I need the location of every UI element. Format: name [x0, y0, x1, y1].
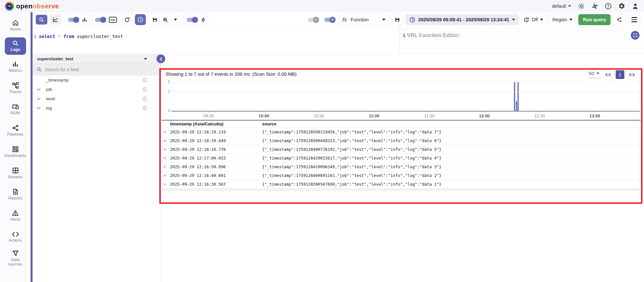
sidebar-item-actions[interactable]: Actions [1, 226, 30, 248]
region-select[interactable]: Region [549, 14, 576, 25]
sidebar-item-reports[interactable]: Reports [1, 184, 30, 205]
field-search-input[interactable] [45, 67, 135, 72]
sidebar-item-home[interactable]: Home [1, 15, 30, 36]
function-select[interactable]: Function [349, 17, 387, 22]
document-icon [12, 188, 19, 195]
table-row[interactable]: > 2025-09-29 12:18:29.119 {"_timestamp":… [162, 127, 641, 136]
histogram-plot-area[interactable]: 023 [171, 82, 640, 112]
expand-row-icon[interactable]: > [162, 130, 170, 134]
fx-knob-icon: fx [329, 17, 336, 23]
reset-filters-button[interactable] [122, 15, 132, 24]
first-page-button[interactable] [604, 72, 611, 77]
collapse-panel-button[interactable] [156, 54, 165, 63]
query-help-button[interactable]: ? [135, 14, 146, 25]
table-row[interactable]: > 2025-09-29 12:16:40.891 {"_timestamp":… [162, 171, 641, 180]
current-page-button[interactable]: 1 [616, 70, 624, 79]
org-selector-value: default [552, 4, 566, 9]
sql-query-editor[interactable]: 1select * from supercluster_test [33, 27, 399, 54]
logs-toolbar: SQL ? [33, 12, 644, 27]
saved-views-dropdown[interactable] [172, 15, 179, 24]
expand-row-icon[interactable]: > [162, 139, 170, 143]
clock-icon [409, 17, 415, 23]
hamburger-icon [631, 17, 637, 22]
sidebar-label: Alerts [10, 218, 21, 222]
expand-row-icon[interactable]: > [162, 147, 170, 151]
more-menu-button[interactable] [628, 14, 641, 25]
sidebar-item-dashboards[interactable]: Dashboards [1, 141, 30, 162]
code-brackets-icon [12, 231, 19, 238]
histogram-bar[interactable] [517, 82, 519, 111]
sidebar-label: Data sources [6, 258, 25, 267]
table-row[interactable]: > 2025-09-29 12:16:30.567 {"_timestamp":… [162, 180, 641, 188]
expand-row-icon[interactable]: > [162, 156, 170, 160]
save-function-button[interactable] [393, 15, 402, 24]
cell-timestamp: 2025-09-29 12:17:00.023 [170, 156, 262, 160]
help-icon[interactable]: ? [605, 3, 612, 10]
field-name: level [46, 96, 55, 101]
auto-refresh-select[interactable]: Off [521, 14, 546, 25]
x-tick-label: 13:00 [589, 113, 600, 118]
field-name: _timestamp [46, 78, 69, 83]
expand-editor-button[interactable] [631, 31, 639, 40]
sidebar-item-alerts[interactable]: Alerts [1, 205, 30, 226]
run-query-button[interactable]: Run query [578, 14, 611, 25]
info-icon[interactable] [142, 87, 147, 92]
y-tick-label: 0 [165, 109, 170, 113]
table-row[interactable]: > 2025-09-29 12:16:50.096 {"_timestamp":… [162, 162, 641, 171]
sidebar-item-data-sources[interactable]: Data sources [1, 248, 30, 269]
sidebar-item-streams[interactable]: Streams [1, 162, 30, 184]
sidebar-item-traces[interactable]: Traces [1, 77, 30, 99]
field-row-timestamp[interactable]: _timestamp [33, 75, 161, 85]
save-view-button[interactable] [150, 15, 160, 24]
info-icon[interactable] [142, 78, 147, 83]
bar-chart-icon [82, 17, 88, 23]
vrl-placeholder: VRL Function Editor: [407, 32, 460, 38]
histogram-toggle[interactable] [68, 18, 78, 22]
info-icon[interactable] [142, 96, 147, 101]
line-chart-icon [52, 17, 58, 23]
refresh-icon [124, 17, 130, 23]
expand-row-icon[interactable]: > [162, 182, 170, 186]
histogram-bar[interactable] [514, 82, 515, 111]
share-link-button[interactable] [613, 14, 626, 25]
last-page-button[interactable] [629, 72, 636, 77]
page-size-select[interactable]: 50 [588, 71, 600, 78]
expand-row-icon[interactable]: > [162, 165, 170, 169]
column-header-timestamp: timestamp (Asia/Calcutta) [170, 122, 262, 126]
fullscreen-icon [633, 33, 637, 37]
theme-sun-icon[interactable] [578, 3, 585, 10]
vrl-function-editor[interactable]: 1VRL Function Editor: [399, 27, 644, 54]
stream-selector[interactable]: supercluster_test [33, 54, 161, 64]
sidebar-item-logs[interactable]: Logs [1, 36, 30, 56]
account-person-icon[interactable] [632, 3, 639, 10]
field-row-job[interactable]: job [33, 85, 161, 94]
expand-row-icon[interactable]: > [162, 173, 170, 178]
search-mode-button[interactable] [36, 15, 47, 24]
org-selector[interactable]: default [552, 4, 571, 9]
devices-icon [12, 103, 19, 110]
events-histogram[interactable]: 023 09:3010:0010:3011:0011:3012:0012:301… [164, 82, 640, 119]
sidebar-item-pipelines[interactable]: Pipelines [1, 120, 30, 141]
cell-timestamp: 2025-09-29 12:18:20.449 [170, 138, 262, 143]
field-row-level[interactable]: level [33, 94, 161, 103]
table-row[interactable]: > 2025-09-29 12:17:00.023 {"_timestamp":… [162, 153, 641, 162]
cell-timestamp: 2025-09-29 12:16:50.096 [170, 164, 262, 169]
gear-icon[interactable] [618, 3, 625, 10]
function-toggle[interactable]: fx [324, 18, 335, 22]
slack-icon[interactable] [591, 3, 598, 10]
sidebar-item-metrics[interactable]: Metrics [1, 56, 30, 77]
info-icon[interactable] [142, 106, 147, 111]
histogram-bar[interactable] [516, 101, 517, 111]
table-row[interactable]: > 2025-09-29 12:18:20.449 {"_timestamp":… [162, 136, 641, 145]
time-range-picker[interactable]: 2025/09/29 09:09:41 - 2025/09/29 13:24:4… [405, 14, 519, 25]
field-search-box [33, 64, 161, 75]
field-row-log[interactable]: log [33, 103, 161, 113]
saved-views-button[interactable] [160, 15, 170, 24]
sql-mode-toggle[interactable] [95, 18, 105, 22]
zoom-in-icon [162, 17, 168, 23]
table-row[interactable]: > 2025-09-29 12:18:10.776 {"_timestamp":… [162, 145, 641, 153]
visualize-mode-button[interactable] [50, 15, 61, 24]
interesting-fields-toggle[interactable] [187, 18, 197, 22]
sidebar-item-rum[interactable]: RUM [1, 99, 30, 120]
quick-mode-toggle[interactable] [308, 18, 318, 22]
